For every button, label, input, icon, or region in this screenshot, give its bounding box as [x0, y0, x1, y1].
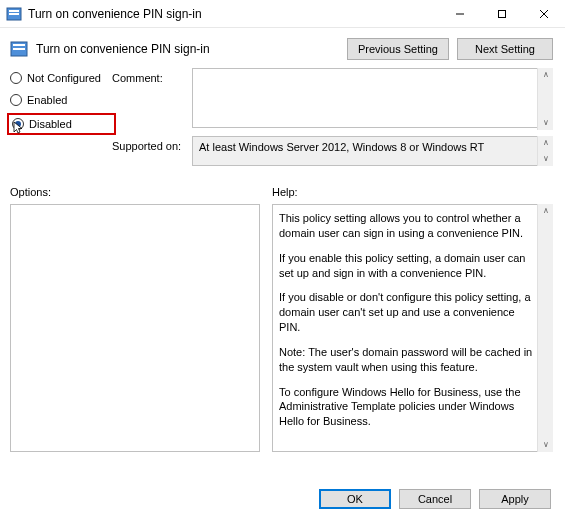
highlight-annotation: Disabled: [7, 113, 116, 135]
scroll-up-icon: ∧: [538, 204, 553, 218]
radio-icon: [10, 94, 22, 106]
comment-label: Comment:: [112, 68, 186, 84]
scrollbar[interactable]: ∧ ∨: [537, 204, 553, 452]
radio-icon: [12, 118, 24, 130]
help-paragraph: To configure Windows Hello for Business,…: [279, 385, 534, 430]
radio-icon: [10, 72, 22, 84]
help-label: Help:: [272, 186, 553, 198]
svg-rect-9: [13, 48, 25, 50]
radio-enabled[interactable]: Enabled: [10, 94, 106, 106]
scroll-down-icon: ∨: [538, 152, 553, 166]
radio-disabled[interactable]: Disabled: [12, 118, 104, 130]
radio-not-configured[interactable]: Not Configured: [10, 72, 106, 84]
apply-button[interactable]: Apply: [479, 489, 551, 509]
supported-on-text: At least Windows Server 2012, Windows 8 …: [192, 136, 553, 166]
svg-rect-2: [9, 13, 19, 15]
scroll-up-icon: ∧: [538, 136, 553, 150]
scrollbar[interactable]: ∧ ∨: [537, 68, 553, 130]
options-label: Options:: [10, 186, 260, 198]
window-title: Turn on convenience PIN sign-in: [28, 7, 439, 21]
ok-button[interactable]: OK: [319, 489, 391, 509]
policy-icon: [10, 40, 28, 58]
window-controls: [439, 1, 565, 27]
svg-rect-4: [499, 10, 506, 17]
scroll-down-icon: ∨: [538, 116, 553, 130]
policy-title: Turn on convenience PIN sign-in: [36, 42, 339, 56]
supported-label: Supported on:: [112, 136, 186, 152]
titlebar: Turn on convenience PIN sign-in: [0, 0, 565, 28]
dialog-buttons: OK Cancel Apply: [319, 489, 551, 509]
header-row: Turn on convenience PIN sign-in Previous…: [0, 28, 565, 68]
help-panel: This policy setting allows you to contro…: [272, 204, 553, 452]
svg-rect-1: [9, 10, 19, 12]
svg-rect-8: [13, 44, 25, 46]
close-button[interactable]: [523, 1, 565, 27]
maximize-button[interactable]: [481, 1, 523, 27]
help-paragraph: This policy setting allows you to contro…: [279, 211, 534, 241]
radio-label: Enabled: [27, 94, 67, 106]
scrollbar[interactable]: ∧ ∨: [537, 136, 553, 166]
supported-on-value: At least Windows Server 2012, Windows 8 …: [199, 141, 484, 153]
comment-textarea[interactable]: [192, 68, 553, 128]
help-paragraph: If you disable or don't configure this p…: [279, 290, 534, 335]
radio-label: Disabled: [29, 118, 72, 130]
help-paragraph: If you enable this policy setting, a dom…: [279, 251, 534, 281]
minimize-button[interactable]: [439, 1, 481, 27]
options-panel: [10, 204, 260, 452]
scroll-up-icon: ∧: [538, 68, 553, 82]
cancel-button[interactable]: Cancel: [399, 489, 471, 509]
radio-label: Not Configured: [27, 72, 101, 84]
previous-setting-button[interactable]: Previous Setting: [347, 38, 449, 60]
help-paragraph: Note: The user's domain password will be…: [279, 345, 534, 375]
next-setting-button[interactable]: Next Setting: [457, 38, 553, 60]
scroll-down-icon: ∨: [538, 438, 553, 452]
policy-icon: [6, 6, 22, 22]
